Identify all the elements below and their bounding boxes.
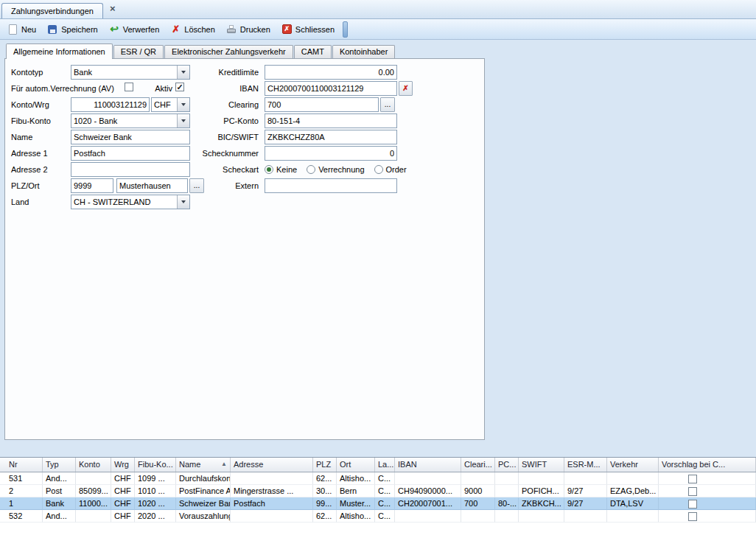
schecknummer-label: Schecknummer bbox=[175, 148, 259, 158]
kontotyp-combo[interactable]: Bank bbox=[71, 65, 190, 80]
row-checkbox[interactable] bbox=[688, 487, 697, 496]
loeschen-button[interactable]: ✗Löschen bbox=[166, 22, 220, 37]
col-header-vorschlag-bei-c[interactable]: Vorschlag bei C... bbox=[659, 458, 756, 472]
drucken-button[interactable]: Drucken bbox=[222, 22, 275, 37]
iban-input[interactable] bbox=[265, 81, 397, 96]
clearing-input[interactable] bbox=[265, 97, 379, 112]
fibu-konto-combo[interactable]: 1020 - Bank bbox=[71, 113, 190, 128]
row-checkbox[interactable] bbox=[688, 512, 697, 521]
grid-row[interactable]: 2Post85099...CHF1010 ...PostFinance AGMi… bbox=[0, 485, 756, 497]
col-header-la[interactable]: La... bbox=[375, 458, 395, 472]
col-header-pc[interactable]: PC... bbox=[495, 458, 519, 472]
col-header-label: Cleari... bbox=[464, 460, 492, 472]
adresse1-input[interactable] bbox=[71, 146, 190, 161]
grid-row[interactable]: 532And...CHF2020 ...Vorauszahlungen62...… bbox=[0, 510, 756, 523]
col-header-esr-m[interactable]: ESR-M... bbox=[564, 458, 607, 472]
col-header-name[interactable]: Name▲ bbox=[176, 458, 231, 472]
tab-camt[interactable]: CAMT bbox=[294, 45, 332, 58]
grid-cell bbox=[495, 510, 519, 523]
row-checkbox[interactable] bbox=[688, 475, 697, 483]
tab-esr-qr[interactable]: ESR / QR bbox=[113, 45, 164, 58]
col-header-nr[interactable]: Nr bbox=[0, 458, 43, 472]
grid-cell: 11000... bbox=[76, 497, 111, 510]
grid-cell: 2020 ... bbox=[135, 510, 176, 523]
col-header-ort[interactable]: Ort bbox=[337, 458, 375, 472]
col-header-label: Verkehr bbox=[610, 460, 638, 472]
col-header-iban[interactable]: IBAN bbox=[395, 458, 461, 472]
clearing-browse-button[interactable]: ... bbox=[380, 97, 395, 112]
col-header-konto[interactable]: Konto bbox=[76, 458, 111, 472]
col-header-label: PC... bbox=[498, 460, 516, 472]
scheckart-label: Scheckart bbox=[175, 164, 259, 175]
grid-cell-vorschlag bbox=[659, 485, 756, 497]
tabpage-allgemeine-informationen: Kontotyp Bank Für autom.Verrechnung (AV)… bbox=[4, 58, 485, 440]
tab-elektronischer-zahlungsverkehr[interactable]: Elektronischer Zahlungsverkehr bbox=[164, 45, 293, 58]
tab-kontoinhaber[interactable]: Kontoinhaber bbox=[332, 45, 395, 58]
adresse2-input[interactable] bbox=[71, 162, 190, 177]
grid-cell: POFICH... bbox=[519, 485, 564, 497]
bic-swift-input[interactable] bbox=[265, 130, 397, 144]
scheckart-radio-verrechnung[interactable]: Verrechnung bbox=[307, 165, 364, 174]
grid-cell: C... bbox=[375, 497, 395, 510]
iban-check-button[interactable]: ✗ bbox=[399, 81, 413, 96]
plz-input[interactable] bbox=[71, 178, 113, 193]
scheckart-radio-keine[interactable]: Keine bbox=[265, 165, 297, 174]
grid-cell bbox=[76, 510, 111, 523]
grid-cell bbox=[495, 472, 519, 485]
schecknummer-input[interactable] bbox=[265, 146, 397, 161]
radio-label: Keine bbox=[276, 165, 297, 174]
col-header-adresse[interactable]: Adresse bbox=[231, 458, 313, 472]
speichern-button[interactable]: Speichern bbox=[43, 22, 102, 37]
grid-cell bbox=[231, 510, 313, 523]
col-header-wrg[interactable]: Wrg bbox=[111, 458, 135, 472]
grid-cell: ZKBKCH... bbox=[519, 497, 564, 510]
land-combo[interactable]: CH - SWITZERLAND bbox=[71, 195, 190, 209]
zahlungsverbindungen-grid: NrTypKontoWrgFibu-Ko...Name▲AdressePLZOr… bbox=[0, 457, 756, 538]
grid-cell bbox=[495, 485, 519, 497]
schliessen-button[interactable]: ✗Schliessen bbox=[277, 22, 339, 37]
av-checkbox[interactable] bbox=[125, 83, 133, 91]
col-header-plz[interactable]: PLZ bbox=[313, 458, 337, 472]
plz-ort-label: PLZ/Ort bbox=[11, 181, 40, 191]
row-checkbox[interactable] bbox=[688, 500, 697, 509]
pc-konto-label: PC-Konto bbox=[175, 116, 259, 126]
col-header-typ[interactable]: Typ bbox=[43, 458, 76, 472]
grid-cell: Altisho... bbox=[337, 510, 375, 523]
neu-button[interactable]: Neu bbox=[3, 22, 41, 37]
grid-cell: 1 bbox=[0, 497, 43, 510]
name-input[interactable] bbox=[71, 130, 190, 144]
grid-cell: CHF bbox=[111, 472, 135, 485]
toolbar-button-label: Drucken bbox=[240, 25, 270, 34]
grid-cell bbox=[607, 510, 659, 523]
grid-cell bbox=[76, 472, 111, 485]
land-label: Land bbox=[11, 197, 29, 207]
kreditlimite-input[interactable] bbox=[265, 65, 397, 80]
kontotyp-value: Bank bbox=[74, 68, 92, 77]
document-tab-zahlungsverbindungen[interactable]: Zahlungsverbindungen bbox=[1, 3, 103, 18]
grid-cell: 62... bbox=[313, 510, 337, 523]
col-header-fibu-ko[interactable]: Fibu-Ko... bbox=[135, 458, 176, 472]
col-header-cleari[interactable]: Cleari... bbox=[461, 458, 495, 472]
grid-row[interactable]: 1Bank11000...CHF1020 ...Schweizer BankPo… bbox=[0, 497, 756, 510]
sort-asc-icon: ▲ bbox=[221, 460, 227, 472]
pc-konto-input[interactable] bbox=[265, 113, 397, 128]
iban-check-icon: ✗ bbox=[402, 84, 408, 92]
scheckart-group: KeineVerrechnungOrder bbox=[265, 162, 407, 177]
col-header-verkehr[interactable]: Verkehr bbox=[607, 458, 659, 472]
adresse2-label: Adresse 2 bbox=[11, 164, 48, 175]
grid-cell: 2 bbox=[0, 485, 43, 497]
dropdown-arrow-icon[interactable] bbox=[177, 195, 189, 209]
tab-close-icon[interactable]: × bbox=[110, 3, 116, 14]
tab-allgemeine-informationen[interactable]: Allgemeine Informationen bbox=[6, 43, 113, 59]
grid-cell: 30... bbox=[313, 485, 337, 497]
grid-row[interactable]: 531And...CHF1099 ...Durchlaufskonto62...… bbox=[0, 472, 756, 485]
konto-input[interactable] bbox=[71, 97, 150, 112]
grid-cell: C... bbox=[375, 510, 395, 523]
verwerfen-button[interactable]: ↩Verwerfen bbox=[105, 22, 164, 37]
scheckart-radio-order[interactable]: Order bbox=[374, 165, 407, 174]
close-icon: ✗ bbox=[281, 24, 293, 35]
bic-swift-label: BIC/SWIFT bbox=[175, 132, 259, 142]
grid-cell bbox=[564, 472, 607, 485]
col-header-swift[interactable]: SWIFT bbox=[519, 458, 564, 472]
extern-input[interactable] bbox=[265, 178, 397, 193]
